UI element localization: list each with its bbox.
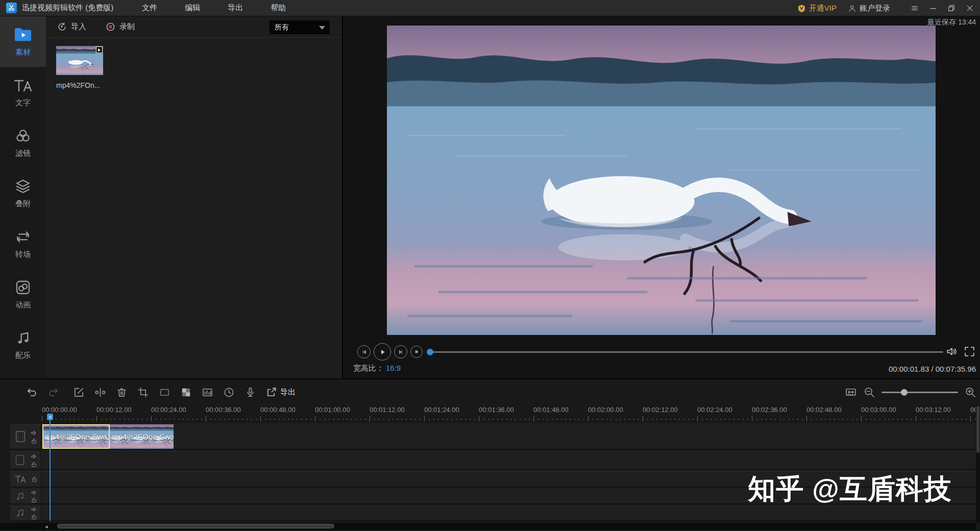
record-label: 录制 [119,22,135,32]
duration-button[interactable] [223,386,235,399]
mute-track-icon[interactable] [31,489,38,496]
vertical-scrollbar[interactable] [976,405,980,523]
timeline-ruler[interactable]: 00:00:00.0000:00:12.0000:00:24.0000:00:3… [0,405,976,422]
app-menu-button[interactable] [911,4,919,12]
minimize-button[interactable] [929,4,937,12]
edit-button[interactable] [72,386,85,399]
sidebar-item-filter[interactable]: 滤镜 [0,117,46,168]
ruler-label: 00:00:36.00 [206,406,241,414]
lock-track-icon[interactable] [31,514,37,520]
ruler-tick-dot [574,419,575,420]
media-item[interactable]: mp4%2FOn... [56,46,103,89]
sidebar-item-music[interactable]: 配乐 [0,320,46,370]
play-badge-icon [96,46,103,53]
play-button[interactable] [374,343,391,360]
vip-shield-icon [797,4,806,13]
ruler-tick [970,416,971,421]
close-button[interactable] [966,4,974,12]
ruler-tick-dot [229,419,230,420]
zoom-out-icon[interactable] [863,386,875,398]
ruler-tick-dot [338,419,339,420]
fit-timeline-icon[interactable] [845,386,857,398]
sidebar-item-text[interactable]: 文字 [0,67,46,117]
ruler-tick [42,416,42,421]
voiceover-button[interactable] [244,386,257,399]
media-thumbnail[interactable] [56,46,103,75]
ruler-tick [424,416,425,421]
seek-bar[interactable] [429,351,943,353]
lock-track-icon[interactable] [31,476,38,482]
sidebar-item-animation[interactable]: 动画 [0,269,46,320]
playhead[interactable] [50,415,51,521]
sidebar-item-overlay[interactable]: 叠附 [0,168,46,219]
zoom-in-icon[interactable] [964,386,976,398]
ruler-tick-dot [128,419,129,420]
lock-track-icon[interactable] [31,461,37,468]
previous-frame-button[interactable] [357,345,371,358]
ruler-tick-dot [415,419,416,420]
undo-button[interactable] [26,386,38,399]
sidebar: 素材 文字 滤镜 叠附 [0,16,46,378]
mosaic-button[interactable] [180,386,192,399]
record-button[interactable]: 录制 [106,22,135,32]
menu-file[interactable]: 文件 [135,3,164,13]
next-frame-button[interactable] [394,345,407,358]
timeline-clip-1[interactable]: mp4%2FOne-Swa... [42,424,110,449]
fullscreen-icon[interactable] [963,345,976,358]
ruler-tick [916,416,916,421]
menu-help[interactable]: 帮助 [263,3,293,13]
login-button[interactable]: 账户登录 [848,4,890,13]
ruler-tick-dot [83,419,84,420]
sidebar-item-media[interactable]: 素材 [0,16,46,67]
seek-handle[interactable] [427,349,433,355]
timeline-clip-2[interactable]: mp4%2FOne-Swa... [110,424,174,449]
vertical-scrollbar-thumb[interactable] [976,406,979,453]
lock-track-icon[interactable] [31,438,37,444]
restore-button[interactable] [947,4,955,12]
horizontal-scrollbar-thumb[interactable] [57,524,334,528]
vip-button[interactable]: 开通VIP [797,4,837,13]
menu-edit[interactable]: 编辑 [178,3,207,13]
zoom-slider-handle[interactable] [901,389,908,396]
mute-track-icon[interactable] [31,453,38,460]
ruler-tick-dot [474,419,475,420]
ruler-label: 00:03:24.00 [970,406,976,414]
delete-button[interactable] [115,386,128,399]
zoom-slider[interactable] [881,392,958,393]
clip-label: mp4%2FOne-Swa... [112,432,174,441]
menu-export[interactable]: 导出 [220,3,250,13]
audio-levels-button[interactable] [201,386,214,399]
import-button[interactable]: 导入 [57,22,86,32]
ruler-tick-dot [256,419,257,420]
media-filter-dropdown[interactable]: 所有 [270,20,330,34]
marquee-select-button[interactable] [158,386,171,399]
track-video-2-lane[interactable] [41,451,976,469]
music-icon [14,330,32,346]
mute-track-icon[interactable] [31,429,38,437]
ruler-tick-dot [820,419,821,420]
sidebar-label-media: 素材 [15,47,31,57]
scroll-left-arrow-icon[interactable]: ◂ [45,524,48,529]
redo-button[interactable] [47,386,60,399]
ruler-tick [96,416,97,421]
aspect-ratio[interactable]: 宽高比：16:9 [353,364,401,373]
ruler-tick-dot [720,419,721,420]
ruler-tick-dot [106,419,107,420]
music-track-icon [15,491,25,501]
volume-icon[interactable] [945,345,958,358]
stop-button[interactable] [410,346,423,358]
horizontal-scrollbar[interactable]: ◂ [0,523,976,530]
crop-button[interactable] [137,386,150,399]
ruler-tick-dot [251,419,252,420]
import-icon [57,22,67,32]
ruler-tick-dot [816,419,817,420]
mute-track-icon[interactable] [31,506,38,513]
track-video-1-lane[interactable]: mp4%2FOne-Swa... mp4%2FOne-Swa... [41,424,976,449]
lock-track-icon[interactable] [31,497,37,503]
track-audio-2-lane[interactable] [41,506,976,520]
sidebar-item-transition[interactable]: 转场 [0,219,46,269]
playhead-handle[interactable] [47,414,53,420]
ruler-tick-dot [666,419,667,420]
timeline-export-button[interactable]: 导出 [265,387,296,398]
split-button[interactable] [94,386,107,399]
